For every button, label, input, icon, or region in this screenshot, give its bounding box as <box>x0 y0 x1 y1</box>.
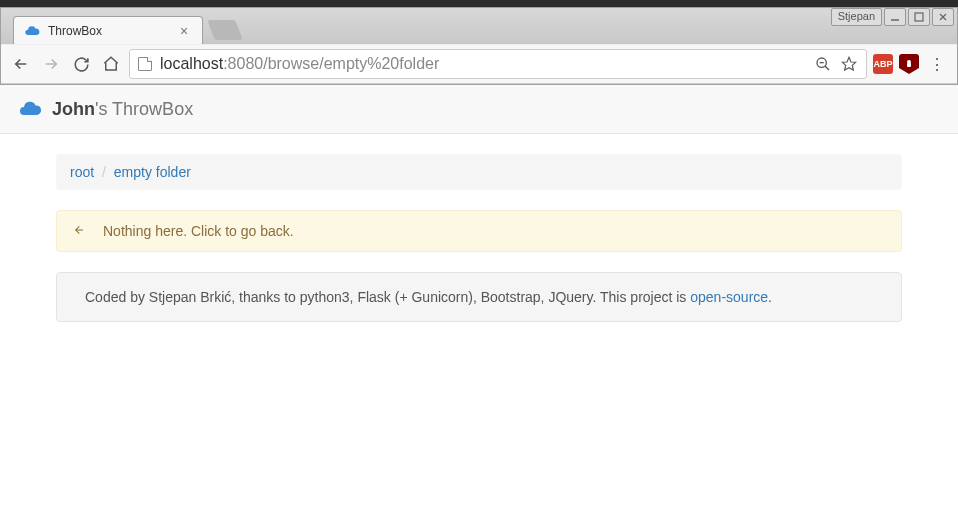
browser-menu-icon[interactable]: ⋮ <box>925 55 949 74</box>
adblock-plus-icon[interactable]: ABP <box>873 54 893 74</box>
browser-chrome: ThrowBox × localhost:8080/browse/empty%2… <box>0 7 958 85</box>
svg-line-5 <box>825 66 829 70</box>
cloud-icon <box>24 23 40 39</box>
forward-button[interactable] <box>39 52 63 76</box>
back-button[interactable] <box>9 52 33 76</box>
app-title-suffix: 's ThrowBox <box>95 99 193 119</box>
breadcrumb-root-link[interactable]: root <box>70 164 94 180</box>
breadcrumb: root / empty folder <box>56 154 902 190</box>
home-button[interactable] <box>99 52 123 76</box>
page-content: John's ThrowBox root / empty folder Noth… <box>0 85 958 529</box>
svg-rect-1 <box>915 13 923 21</box>
bookmark-star-icon[interactable] <box>840 55 858 73</box>
footer-text-after: . <box>768 289 772 305</box>
window-user-label: Stjepan <box>831 8 882 26</box>
url-path: :8080/browse/empty%20folder <box>223 55 439 72</box>
footer-well: Coded by Stjepan Brkić, thanks to python… <box>56 272 902 322</box>
window-controls: Stjepan <box>831 8 954 26</box>
empty-folder-alert[interactable]: Nothing here. Click to go back. <box>56 210 902 252</box>
reload-button[interactable] <box>69 52 93 76</box>
cloud-icon <box>18 97 42 121</box>
breadcrumb-separator: / <box>102 164 106 180</box>
minimize-button[interactable] <box>884 8 906 26</box>
footer-text-before: Coded by Stjepan Brkić, thanks to python… <box>85 289 690 305</box>
browser-tab[interactable]: ThrowBox × <box>13 16 203 44</box>
maximize-button[interactable] <box>908 8 930 26</box>
tab-title: ThrowBox <box>48 24 168 38</box>
breadcrumb-current-link[interactable]: empty folder <box>114 164 191 180</box>
svg-rect-9 <box>907 63 911 67</box>
svg-marker-7 <box>842 57 855 70</box>
zoom-icon[interactable] <box>814 55 832 73</box>
close-window-button[interactable] <box>932 8 954 26</box>
desktop-titlebar <box>0 0 958 7</box>
address-bar[interactable]: localhost:8080/browse/empty%20folder <box>129 49 867 79</box>
app-header: John's ThrowBox <box>0 85 958 134</box>
alert-message: Nothing here. Click to go back. <box>103 223 294 239</box>
open-source-link[interactable]: open-source <box>690 289 768 305</box>
app-title: John's ThrowBox <box>52 99 193 120</box>
browser-toolbar: localhost:8080/browse/empty%20folder ABP… <box>1 44 957 84</box>
close-tab-icon[interactable]: × <box>176 23 192 39</box>
arrow-left-icon <box>71 223 87 239</box>
content-container: root / empty folder Nothing here. Click … <box>0 134 958 342</box>
page-info-icon[interactable] <box>138 57 152 71</box>
app-owner: John <box>52 99 95 119</box>
ublock-icon[interactable] <box>899 54 919 74</box>
new-tab-button[interactable] <box>207 20 242 40</box>
url-text: localhost:8080/browse/empty%20folder <box>160 55 806 73</box>
url-host: localhost <box>160 55 223 72</box>
tab-strip: ThrowBox × <box>1 8 957 44</box>
